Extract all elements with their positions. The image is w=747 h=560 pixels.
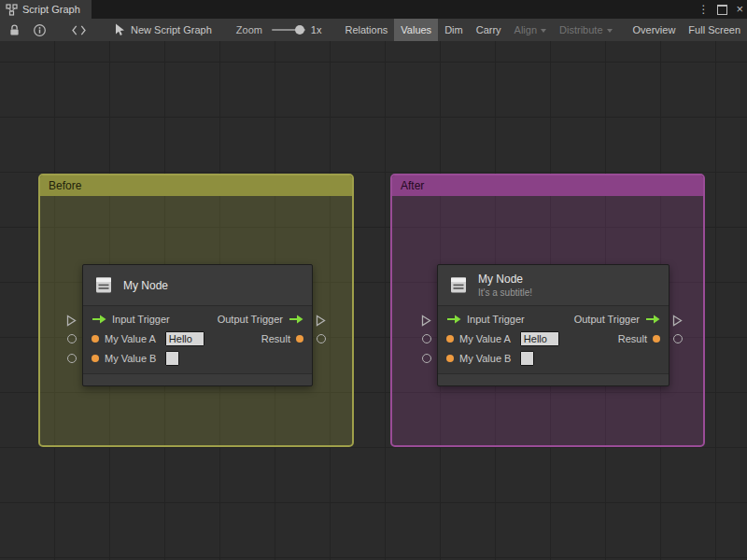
- zoom-slider-handle[interactable]: [295, 25, 304, 35]
- info-icon[interactable]: [33, 23, 47, 37]
- values-button-label: Values: [401, 24, 431, 35]
- carry-button[interactable]: Carry: [470, 19, 508, 41]
- trigger-port-row: Input Trigger Output Trigger: [438, 309, 669, 329]
- external-value-a-port[interactable]: [67, 334, 77, 343]
- dim-button-label: Dim: [444, 24, 463, 35]
- align-button[interactable]: Align: [508, 19, 553, 41]
- script-graph-window: Script Graph ⋮ ×: [0, 0, 747, 560]
- chevron-down-icon: [541, 29, 546, 33]
- result-port-icon[interactable]: [296, 335, 303, 343]
- node-title: My Node: [123, 279, 168, 292]
- relations-button[interactable]: Relations: [338, 19, 394, 41]
- node-after[interactable]: My Node It's a subtitle! Input Trigger: [437, 264, 669, 386]
- chevron-down-icon: [607, 29, 613, 33]
- overview-button[interactable]: Overview: [627, 19, 683, 41]
- value-b-port-icon[interactable]: [446, 355, 454, 362]
- group-after-header[interactable]: After: [392, 175, 703, 196]
- output-trigger-port-icon[interactable]: [289, 315, 303, 324]
- lock-icon[interactable]: [7, 23, 21, 37]
- values-button[interactable]: Values: [394, 19, 438, 41]
- value-a-port-row: My Value A Result: [438, 329, 669, 348]
- node-after-header[interactable]: My Node It's a subtitle!: [438, 265, 669, 306]
- maximize-icon[interactable]: [717, 5, 727, 15]
- value-a-input[interactable]: [520, 331, 559, 346]
- close-icon[interactable]: ×: [736, 0, 743, 19]
- zoom-slider[interactable]: [272, 19, 305, 41]
- group-before-header[interactable]: Before: [40, 175, 352, 196]
- full-screen-button[interactable]: Full Screen: [682, 19, 747, 41]
- external-result-port[interactable]: [673, 334, 683, 343]
- result-label: Result: [618, 333, 647, 344]
- relations-button-label: Relations: [345, 24, 388, 35]
- tab-bar: Script Graph ⋮ ×: [0, 0, 747, 19]
- distribute-button-label: Distribute: [559, 24, 602, 35]
- node-title: My Node: [478, 273, 532, 286]
- input-trigger-port-icon[interactable]: [92, 315, 106, 324]
- external-trigger-in-port[interactable]: [66, 314, 77, 330]
- node-after-footer: [438, 373, 669, 385]
- window-controls: ⋮ ×: [698, 0, 743, 19]
- tab-title: Script Graph: [22, 4, 80, 15]
- node-before-footer: [83, 373, 312, 385]
- overview-button-label: Overview: [633, 24, 676, 35]
- value-b-input[interactable]: [165, 351, 179, 366]
- full-screen-button-label: Full Screen: [688, 24, 740, 35]
- node-subtitle: It's a subtitle!: [478, 287, 532, 298]
- value-b-label: My Value B: [105, 353, 156, 364]
- group-before-label: Before: [49, 179, 81, 192]
- unit-icon: [92, 274, 115, 297]
- external-trigger-out-port[interactable]: [672, 314, 683, 330]
- group-after-label: After: [401, 179, 424, 192]
- value-b-port-row: My Value B: [438, 348, 669, 368]
- output-trigger-label: Output Trigger: [218, 314, 283, 325]
- unit-icon: [447, 274, 470, 297]
- node-before-body: Input Trigger Output Trigger: [83, 306, 312, 371]
- tab-script-graph[interactable]: Script Graph: [0, 0, 92, 19]
- node-before[interactable]: My Node Input Trigger Output T: [82, 264, 313, 386]
- node-before-header[interactable]: My Node: [83, 265, 312, 306]
- value-a-input[interactable]: [165, 331, 204, 346]
- value-a-port-icon[interactable]: [446, 335, 454, 343]
- external-value-b-port[interactable]: [422, 354, 431, 363]
- input-trigger-port-icon[interactable]: [446, 315, 461, 324]
- distribute-button[interactable]: Distribute: [553, 19, 618, 41]
- output-trigger-port-icon[interactable]: [645, 315, 660, 324]
- align-button-label: Align: [514, 24, 537, 35]
- input-trigger-label: Input Trigger: [112, 314, 170, 325]
- external-trigger-out-port[interactable]: [316, 314, 326, 330]
- result-label: Result: [261, 333, 290, 344]
- output-trigger-label: Output Trigger: [574, 314, 640, 325]
- external-value-b-port[interactable]: [67, 354, 77, 363]
- graph-name[interactable]: New Script Graph: [131, 24, 212, 35]
- external-trigger-in-port[interactable]: [421, 314, 431, 330]
- external-value-a-port[interactable]: [422, 334, 431, 343]
- input-trigger-label: Input Trigger: [467, 314, 525, 325]
- node-after-body: Input Trigger Output Trigger: [438, 306, 669, 371]
- graph-canvas[interactable]: Before After My Node: [0, 41, 747, 560]
- external-result-port[interactable]: [317, 334, 326, 343]
- value-b-input[interactable]: [520, 351, 534, 366]
- value-a-label: My Value A: [459, 333, 511, 344]
- value-a-port-row: My Value A Result: [83, 329, 312, 348]
- kebab-menu-icon[interactable]: ⋮: [698, 0, 709, 19]
- zoom-label: Zoom: [236, 24, 262, 35]
- cursor-icon: [115, 23, 125, 36]
- value-b-port-icon[interactable]: [92, 355, 99, 362]
- carry-button-label: Carry: [476, 24, 501, 35]
- value-b-label: My Value B: [459, 353, 511, 364]
- graph-toolbar: New Script Graph Zoom 1x Relations Value…: [0, 19, 747, 42]
- value-b-port-row: My Value B: [83, 348, 312, 368]
- zoom-value: 1x: [311, 24, 322, 35]
- script-graph-icon: [6, 4, 18, 16]
- code-icon[interactable]: [71, 24, 87, 36]
- trigger-port-row: Input Trigger Output Trigger: [83, 309, 312, 329]
- value-a-label: My Value A: [105, 333, 156, 344]
- value-a-port-icon[interactable]: [92, 335, 99, 343]
- dim-button[interactable]: Dim: [438, 19, 470, 41]
- result-port-icon[interactable]: [653, 335, 660, 343]
